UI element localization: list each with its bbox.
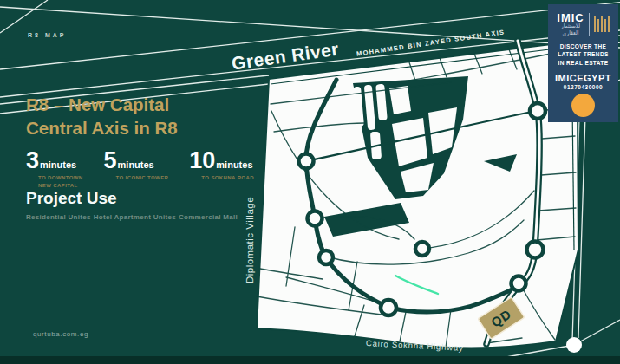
stat-value: 10: [189, 149, 215, 172]
logo-divider: [589, 13, 590, 36]
stat-value: 5: [104, 149, 117, 172]
r8-map-poster: QD Green River MOHAMMED BIN ZAYED SOUTH …: [0, 0, 620, 364]
roundabout: [530, 103, 545, 119]
roundabout: [415, 242, 429, 256]
phone-number: 01270430000: [564, 84, 603, 90]
badge-tagline: DISCOVER THE LATEST TRENDS IN REAL ESTAT…: [558, 42, 609, 68]
stat-value: 3: [26, 149, 39, 172]
roundabout: [308, 211, 323, 226]
website-url: qurtuba.com.eg: [33, 330, 88, 338]
stat-destination: TO ICONIC TOWER: [116, 174, 169, 182]
roundabout: [299, 154, 314, 169]
stat-iconic-tower: 5 minutes TO ICONIC TOWER: [104, 149, 169, 190]
roundabout: [512, 276, 526, 291]
bottom-strip: [0, 356, 620, 364]
imic-brand-badge: IMIC للاستثمار العقاري DISCOVER THE LATE…: [548, 4, 618, 122]
page-title: R8 – New Capital Central Axis in R8: [26, 94, 178, 140]
orange-circle-icon: [571, 94, 595, 117]
diplomatic-village-label: Diplomatic Village: [245, 197, 255, 283]
stat-downtown: 3 minutes TO DOWNTOWN NEW CAPITAL: [26, 149, 83, 190]
roundabout: [381, 300, 396, 315]
stat-sokhna-road: 10 minutes TO SOKHNA ROAD: [189, 149, 254, 190]
social-handle: IMICEGYPT: [555, 73, 611, 83]
brand-arabic: للاستثمار العقاري: [557, 23, 584, 37]
imic-logo: IMIC للاستثمار العقاري: [557, 12, 609, 37]
page-title-line1: R8 – New Capital: [26, 94, 178, 117]
page-title-line2: Central Axis in R8: [26, 117, 178, 140]
stat-destination: TO SOKHNA ROAD: [201, 174, 254, 182]
roundabout: [319, 250, 333, 264]
junction-dot: [566, 337, 582, 353]
brand-name: IMIC: [557, 12, 584, 23]
project-use-description: Residential Unites-Hotel Apartment Unite…: [26, 213, 238, 221]
stat-unit: minutes: [216, 159, 252, 170]
map-tag: R8 MAP: [28, 32, 66, 38]
columns-icon: [594, 16, 610, 32]
travel-time-stats: 3 minutes TO DOWNTOWN NEW CAPITAL 5 minu…: [26, 149, 254, 190]
project-use-title: Project Use: [26, 189, 117, 208]
roundabout: [527, 242, 544, 258]
stat-unit: minutes: [40, 159, 76, 170]
stat-destination: TO DOWNTOWN NEW CAPITAL: [38, 174, 83, 190]
stat-unit: minutes: [118, 159, 154, 170]
green-river-label: Green River: [231, 39, 341, 74]
